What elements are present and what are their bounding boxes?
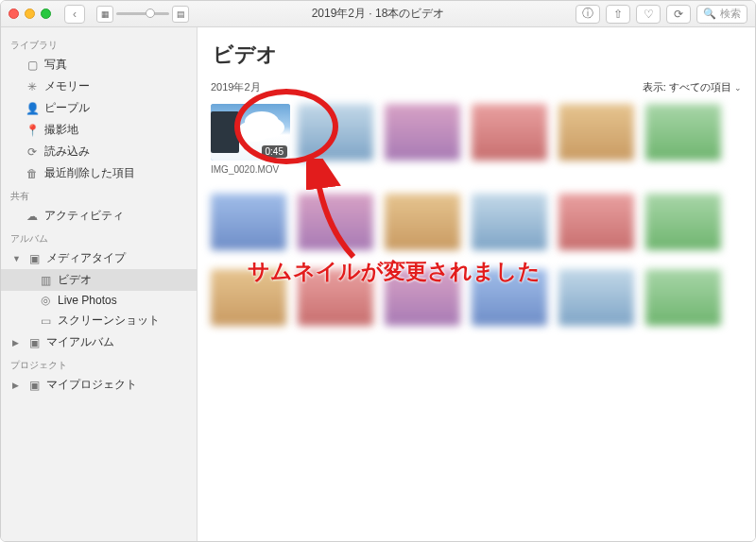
video-thumbnail[interactable] bbox=[558, 269, 634, 326]
sidebar-section-library: ライブラリ bbox=[1, 33, 197, 54]
sidebar-item-label: 最近削除した項目 bbox=[44, 165, 135, 181]
share-button[interactable]: ⇧ bbox=[606, 5, 630, 24]
zoom-window-button[interactable] bbox=[41, 8, 51, 19]
thumbnail-image bbox=[298, 269, 373, 326]
app-window: ‹ ▦ ▤ 2019年2月 · 18本のビデオ ⓘ ⇧ ♡ bbox=[0, 0, 756, 542]
zoom-slider-thumb[interactable] bbox=[146, 8, 155, 18]
video-grid: 0:45 IMG_0020.MOV bbox=[211, 102, 742, 326]
video-thumbnail-featured[interactable]: 0:45 IMG_0020.MOV bbox=[211, 104, 286, 175]
sidebar: ライブラリ ▢ 写真 ✳ メモリー 👤 ピープル 📍 撮影地 ⟳ 読み込み bbox=[1, 27, 198, 541]
thumbnail-image bbox=[385, 104, 460, 161]
video-thumbnail[interactable] bbox=[298, 269, 373, 326]
sidebar-item-label: メモリー bbox=[44, 78, 90, 94]
grid-large-icon: ▤ bbox=[177, 9, 185, 19]
grid-small-icon: ▦ bbox=[101, 9, 110, 19]
video-thumbnail[interactable] bbox=[558, 194, 634, 250]
sidebar-item-label: 読み込み bbox=[44, 144, 90, 160]
video-thumbnail[interactable] bbox=[385, 269, 460, 326]
thumbnail-image bbox=[645, 104, 721, 161]
places-icon: 📍 bbox=[26, 124, 39, 137]
page-title: ビデオ bbox=[213, 41, 742, 69]
group-header: 2019年2月 表示: すべての項目 ⌄ bbox=[211, 80, 742, 94]
cloud-icon: ☁ bbox=[26, 210, 39, 223]
folder-icon: ▣ bbox=[27, 252, 41, 265]
search-placeholder: 検索 bbox=[720, 7, 741, 21]
video-thumbnail[interactable] bbox=[298, 194, 373, 250]
close-window-button[interactable] bbox=[9, 8, 19, 19]
sidebar-item-label: ビデオ bbox=[58, 272, 92, 288]
thumbnail-image bbox=[385, 194, 460, 250]
rotate-button[interactable]: ⟳ bbox=[666, 5, 691, 24]
disclosure-triangle-icon[interactable]: ▶ bbox=[12, 381, 22, 390]
thumbnail-image bbox=[645, 194, 721, 250]
zoom-in-button[interactable]: ▤ bbox=[172, 6, 189, 23]
zoom-out-button[interactable]: ▦ bbox=[96, 6, 113, 23]
thumbnail-image: 0:45 bbox=[211, 104, 290, 161]
thumbnail-image bbox=[472, 194, 547, 250]
thumbnail-image bbox=[558, 104, 634, 161]
sidebar-item-mediatypes[interactable]: ▼ ▣ メディアタイプ bbox=[1, 247, 197, 269]
disclosure-triangle-icon[interactable]: ▼ bbox=[12, 254, 22, 263]
search-input[interactable]: 🔍 検索 bbox=[696, 5, 747, 24]
sidebar-item-people[interactable]: 👤 ピープル bbox=[1, 97, 197, 119]
video-thumbnail[interactable] bbox=[472, 194, 547, 250]
people-icon: 👤 bbox=[26, 102, 39, 115]
thumbnail-image bbox=[298, 194, 373, 250]
display-value: すべての項目 bbox=[669, 81, 731, 93]
video-thumbnail[interactable] bbox=[211, 269, 286, 326]
zoom-slider-track[interactable] bbox=[116, 12, 169, 15]
group-date-label: 2019年2月 bbox=[211, 80, 261, 94]
video-thumbnail[interactable] bbox=[472, 269, 547, 326]
sidebar-item-memories[interactable]: ✳ メモリー bbox=[1, 76, 197, 97]
sidebar-item-videos[interactable]: ▥ ビデオ bbox=[1, 269, 197, 291]
window-controls bbox=[9, 8, 51, 19]
video-icon: ▥ bbox=[39, 274, 52, 287]
video-thumbnail[interactable] bbox=[645, 269, 721, 326]
thumbnail-image bbox=[472, 269, 547, 326]
sidebar-section-albums: アルバム bbox=[1, 227, 197, 247]
sidebar-item-label: アクティビティ bbox=[44, 208, 124, 224]
display-filter[interactable]: 表示: すべての項目 ⌄ bbox=[643, 80, 742, 94]
favorite-button[interactable]: ♡ bbox=[636, 5, 661, 24]
sidebar-item-import[interactable]: ⟳ 読み込み bbox=[1, 141, 197, 162]
sidebar-item-label: ピープル bbox=[44, 100, 90, 116]
sidebar-item-label: Live Photos bbox=[58, 294, 117, 307]
trash-icon: 🗑 bbox=[26, 167, 39, 180]
minimize-window-button[interactable] bbox=[25, 8, 35, 19]
disclosure-triangle-icon[interactable]: ▶ bbox=[12, 338, 22, 347]
video-thumbnail[interactable] bbox=[385, 104, 460, 175]
thumbnail-zoom-control: ▦ ▤ bbox=[96, 6, 189, 23]
sidebar-item-screenshots[interactable]: ▭ スクリーンショット bbox=[1, 310, 197, 331]
video-thumbnail[interactable] bbox=[645, 194, 721, 250]
sidebar-item-activity[interactable]: ☁ アクティビティ bbox=[1, 205, 197, 227]
sidebar-item-livephotos[interactable]: ◎ Live Photos bbox=[1, 291, 197, 310]
window-body: ライブラリ ▢ 写真 ✳ メモリー 👤 ピープル 📍 撮影地 ⟳ 読み込み bbox=[1, 27, 755, 541]
sidebar-item-myprojects[interactable]: ▶ ▣ マイプロジェクト bbox=[1, 374, 197, 396]
titlebar: ‹ ▦ ▤ 2019年2月 · 18本のビデオ ⓘ ⇧ ♡ bbox=[1, 1, 755, 27]
folder-icon: ▣ bbox=[27, 379, 41, 392]
back-button[interactable]: ‹ bbox=[64, 5, 85, 24]
video-thumbnail[interactable] bbox=[558, 104, 634, 175]
sidebar-item-places[interactable]: 📍 撮影地 bbox=[1, 119, 197, 141]
video-thumbnail[interactable] bbox=[472, 104, 547, 175]
share-icon: ⇧ bbox=[613, 8, 623, 21]
sidebar-section-shared: 共有 bbox=[1, 184, 197, 205]
import-icon: ⟳ bbox=[26, 145, 39, 159]
info-icon: ⓘ bbox=[582, 6, 593, 22]
sidebar-item-trash[interactable]: 🗑 最近削除した項目 bbox=[1, 162, 197, 184]
sidebar-item-photos[interactable]: ▢ 写真 bbox=[1, 54, 197, 76]
folder-icon: ▣ bbox=[27, 336, 41, 349]
sidebar-item-myalbums[interactable]: ▶ ▣ マイアルバム bbox=[1, 331, 197, 353]
screenshot-icon: ▭ bbox=[39, 314, 52, 328]
info-button[interactable]: ⓘ bbox=[576, 5, 600, 24]
thumbnail-image bbox=[298, 104, 373, 161]
video-thumbnail[interactable] bbox=[385, 194, 460, 250]
photo-icon: ▢ bbox=[26, 59, 39, 72]
video-thumbnail[interactable] bbox=[645, 104, 721, 175]
memory-icon: ✳ bbox=[26, 80, 39, 93]
duration-badge: 0:45 bbox=[262, 145, 287, 158]
video-thumbnail[interactable] bbox=[211, 194, 286, 250]
livephoto-icon: ◎ bbox=[39, 294, 52, 307]
video-thumbnail[interactable] bbox=[298, 104, 373, 175]
display-label: 表示: bbox=[643, 81, 666, 93]
